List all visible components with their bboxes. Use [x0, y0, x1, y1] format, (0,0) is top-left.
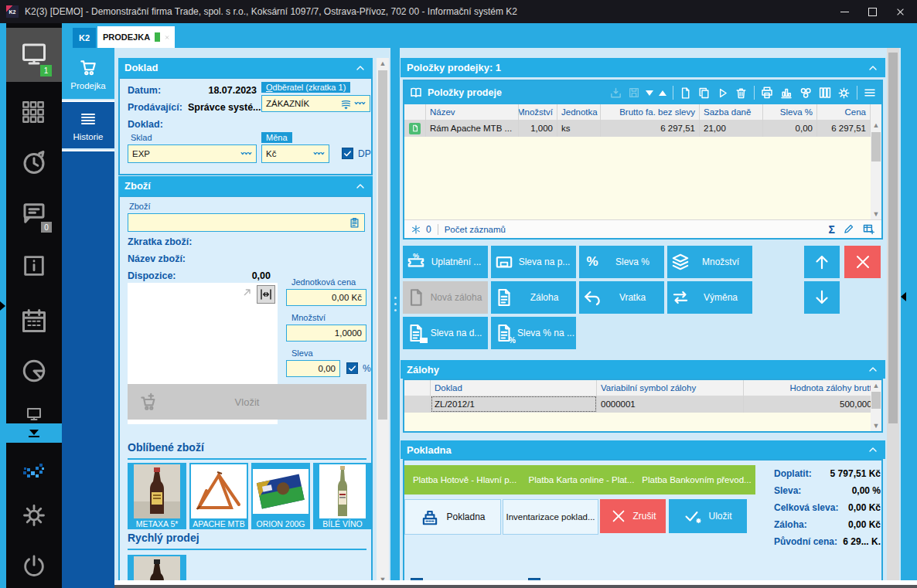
sidetab-historie[interactable]: Historie — [62, 100, 114, 148]
panel-splitter[interactable] — [390, 48, 400, 585]
mnozstvi-input[interactable]: 1,0000 — [286, 325, 366, 342]
vymena-button[interactable]: Výměna — [667, 281, 752, 314]
move-down-icon[interactable] — [646, 90, 653, 96]
col-doklad[interactable]: Doklad — [431, 380, 597, 396]
dph-checkbox[interactable] — [342, 148, 353, 159]
delete-item-button[interactable] — [844, 246, 881, 278]
table-scrollbar[interactable]: ▲ ▼ — [871, 120, 881, 219]
columns-icon[interactable] — [818, 86, 832, 100]
open-external-icon[interactable] — [240, 287, 253, 299]
info-icon[interactable] — [21, 253, 47, 279]
sklad-input[interactable]: EXP — [128, 144, 257, 163]
modules-grid-icon[interactable] — [20, 99, 46, 125]
sidetab-prodejka[interactable]: Prodejka — [62, 48, 114, 99]
close-button[interactable] — [886, 2, 914, 21]
col-jednotka[interactable]: Jednotka — [557, 104, 601, 120]
collapse-chevron-icon[interactable] — [867, 363, 879, 376]
dropdown-icon[interactable] — [354, 100, 366, 107]
col-cena[interactable]: Cena — [817, 104, 871, 120]
power-icon[interactable] — [21, 552, 47, 579]
collapse-chevron-icon[interactable] — [867, 444, 879, 456]
platba-karta-button[interactable]: Platba Karta online - Plat... — [522, 465, 641, 495]
mena-input[interactable]: Kč — [261, 144, 329, 163]
move-up-icon[interactable] — [659, 90, 666, 96]
history-clock-icon[interactable] — [20, 148, 48, 176]
zbozi-input[interactable] — [128, 213, 365, 232]
platba-hotove-button[interactable]: Platba Hotově - Hlavní p... — [404, 465, 525, 495]
zalohy-scrollbar[interactable]: ▲ ▼ — [871, 380, 881, 431]
remote-desktop-icon[interactable] — [23, 405, 45, 423]
sleva-procento-button[interactable]: % Sleva % — [579, 246, 664, 278]
fit-width-button[interactable] — [257, 285, 275, 304]
sleva-na-doklad-button[interactable]: Sleva na d... — [403, 317, 488, 349]
tab-prodejka[interactable]: PRODEJKA — [97, 26, 175, 48]
col-hodnota[interactable]: Hodnota zálohy brutto — [744, 380, 881, 396]
settings-gear-icon[interactable] — [21, 502, 47, 529]
vratka-button[interactable]: Vratka — [579, 281, 664, 314]
ulozit-button[interactable]: Uložit — [669, 499, 747, 533]
move-item-down-button[interactable] — [804, 281, 840, 314]
scroll-down-arrow[interactable]: ▼ — [871, 209, 881, 219]
zaloha-button[interactable]: Záloha — [491, 281, 576, 314]
sleva-na-p-button[interactable]: Sleva na p... — [491, 246, 576, 278]
favorite-tile-orion[interactable]: ORION 200G — [251, 463, 310, 529]
sidebar-collapse-band[interactable] — [6, 423, 62, 443]
mnozstvi-button[interactable]: Množství — [667, 246, 752, 278]
inventarizace-button[interactable]: Inventarizace poklad... — [503, 499, 598, 535]
left-panel-scrollbar[interactable]: ▲ ▼ — [377, 58, 389, 585]
favorite-tile-apache[interactable]: APACHE MTB — [189, 463, 248, 529]
sum-icon[interactable]: Σ — [829, 223, 835, 236]
scrollbar-thumb[interactable] — [871, 132, 881, 161]
scroll-up-arrow[interactable]: ▲ — [871, 120, 881, 131]
zbozi-panel-header[interactable]: Zboží — [118, 176, 373, 195]
sleva-input[interactable]: 0,00 — [286, 360, 340, 377]
sidebar-flyout-arrow[interactable] — [0, 301, 5, 311]
k2-sparkle-logo-icon[interactable] — [20, 457, 48, 485]
minimize-button[interactable] — [830, 2, 858, 21]
zalohy-row[interactable]: ZL/2012/1 0000001 500,0000 — [404, 396, 881, 413]
maximize-button[interactable] — [858, 2, 886, 21]
flyout-collapse-arrow[interactable] — [901, 292, 906, 301]
scroll-down-arrow[interactable]: ▼ — [871, 420, 881, 431]
copy-record-icon[interactable] — [697, 87, 711, 100]
col-sazba[interactable]: Sazba daně — [700, 104, 763, 120]
zrusit-button[interactable]: Zrušit — [600, 499, 666, 533]
gears-icon[interactable] — [799, 86, 813, 100]
table-add-icon[interactable] — [862, 223, 875, 236]
stack-lookup-icon[interactable] — [340, 98, 352, 110]
snowflake-icon[interactable] — [411, 224, 421, 235]
table-row[interactable]: Rám Apache MTB ... 1,000 ks 6 297,51 21,… — [404, 120, 881, 137]
jednotkova-cena-input[interactable]: 0,00 Kč — [286, 289, 366, 306]
favorite-tile-vino[interactable]: BÍLÉ VÍNO — [313, 463, 372, 529]
pokladna-button[interactable]: Pokladna — [404, 499, 501, 535]
pie-chart-icon[interactable] — [20, 357, 48, 385]
chart-icon[interactable] — [779, 86, 793, 100]
move-item-up-button[interactable] — [804, 246, 840, 278]
uplatneni-button[interactable]: % Uplatnění ... — [403, 246, 488, 278]
vlozit-button[interactable]: Vložit — [128, 384, 366, 420]
scrollbar-thumb[interactable] — [888, 53, 898, 423]
tab-close-icon[interactable] — [165, 33, 169, 42]
edit-pencil-icon[interactable] — [843, 223, 854, 235]
run-icon[interactable] — [716, 87, 729, 100]
print-icon[interactable] — [760, 86, 774, 100]
sleva-procento-na-doklad-button[interactable]: % Sleva % na ... — [491, 317, 576, 349]
sleva-percent-checkbox[interactable] — [346, 362, 358, 374]
dropdown-icon[interactable] — [240, 151, 252, 158]
dropdown-icon[interactable] — [313, 151, 325, 158]
collapse-chevron-icon[interactable] — [354, 180, 366, 192]
favorite-tile-metaxa[interactable]: METAXA 5* — [128, 463, 186, 529]
platba-prevodem-button[interactable]: Platba Bankovním převod... — [638, 465, 755, 495]
pokladna-panel-header[interactable]: Pokladna — [401, 440, 885, 459]
zalohy-panel-header[interactable]: Zálohy — [401, 360, 885, 379]
odberatel-input[interactable]: ZÁKAZNÍK — [261, 95, 370, 112]
polozky-panel-header[interactable]: Položky prodejky: 1 — [401, 58, 885, 77]
col-sleva[interactable]: Sleva % — [763, 104, 817, 120]
collapse-chevron-icon[interactable] — [354, 62, 366, 74]
clipboard-icon[interactable] — [349, 217, 360, 229]
col-nazev[interactable]: Název — [426, 104, 519, 120]
desktop-icon[interactable] — [20, 40, 48, 68]
scrollbar-thumb[interactable] — [378, 70, 387, 420]
tab-k2[interactable]: K2 — [73, 28, 96, 48]
doklad-panel-header[interactable]: Doklad — [118, 58, 373, 77]
